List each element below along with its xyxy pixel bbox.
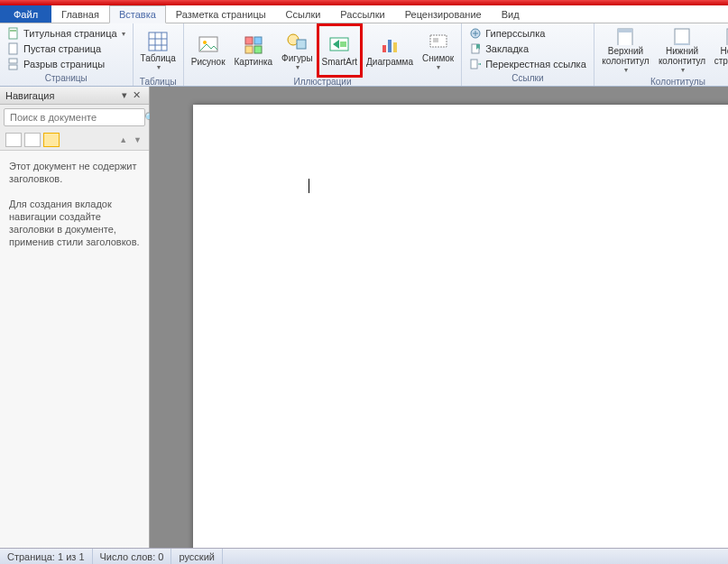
svg-rect-0	[9, 28, 17, 39]
tab-layout[interactable]: Разметка страницы	[166, 5, 276, 23]
status-words[interactable]: Число слов: 0	[93, 549, 172, 564]
table-label: Таблица	[141, 53, 176, 63]
svg-point-11	[203, 41, 207, 44]
crossref-icon	[469, 58, 482, 70]
hyperlink-icon	[469, 27, 482, 40]
tab-insert[interactable]: Вставка	[109, 5, 166, 23]
svg-rect-12	[245, 37, 253, 44]
picture-label: Рисунок	[191, 57, 226, 67]
screenshot-icon	[428, 31, 449, 52]
svg-rect-5	[149, 32, 167, 51]
nav-tab-results[interactable]	[43, 133, 60, 147]
clipart-label: Картинка	[235, 57, 273, 67]
workspace: Навигация ▾ ✕ 🔍 ▲ ▼ Этот документ не сод…	[0, 87, 728, 548]
tab-mailings[interactable]: Рассылки	[330, 5, 394, 23]
svg-rect-14	[245, 46, 253, 53]
clipart-button[interactable]: Картинка	[231, 25, 277, 76]
nav-message-1: Этот документ не содержит заголовков.	[9, 160, 140, 185]
svg-rect-25	[433, 38, 438, 42]
document-page[interactable]	[193, 105, 728, 548]
tab-view[interactable]: Вид	[492, 5, 530, 23]
svg-rect-29	[471, 60, 477, 69]
tab-file[interactable]: Файл	[0, 5, 51, 23]
svg-rect-1	[10, 30, 16, 32]
svg-rect-21	[382, 45, 386, 52]
nav-prev-icon[interactable]: ▲	[117, 135, 129, 144]
group-tables: Таблица Таблицы	[134, 23, 184, 86]
status-bar: Страница: 1 из 1 Число слов: 0 русский	[0, 548, 728, 564]
svg-rect-3	[9, 59, 17, 63]
svg-rect-17	[297, 40, 306, 49]
group-label-pages: Страницы	[4, 72, 129, 84]
svg-rect-33	[675, 43, 689, 45]
page-break-label: Разрыв страницы	[23, 59, 105, 69]
chart-button[interactable]: Диаграмма	[363, 25, 417, 76]
pagenumber-icon: #	[723, 27, 728, 45]
page-break-icon	[7, 58, 20, 70]
smartart-label: SmartArt	[322, 57, 357, 67]
navigation-dropdown-icon[interactable]: ▾	[119, 89, 130, 101]
picture-button[interactable]: Рисунок	[188, 25, 229, 76]
svg-rect-23	[393, 42, 397, 52]
pagenumber-button[interactable]: # Номер страницы	[711, 25, 728, 76]
shapes-label: Фигуры	[281, 53, 312, 63]
shapes-button[interactable]: Фигуры	[278, 25, 316, 76]
document-area[interactable]	[150, 87, 728, 548]
title-page-label: Титульная страница	[23, 28, 117, 39]
search-input[interactable]	[5, 109, 140, 125]
blank-page-button[interactable]: Пустая страница	[4, 42, 129, 56]
title-page-button[interactable]: Титульная страница	[4, 26, 129, 41]
page-break-button[interactable]: Разрыв страницы	[4, 57, 129, 71]
hyperlink-label: Гиперссылка	[485, 28, 545, 39]
ribbon-tabs: Файл Главная Вставка Разметка страницы С…	[0, 5, 728, 23]
tab-review[interactable]: Рецензирование	[395, 5, 492, 23]
header-icon	[614, 27, 636, 45]
hyperlink-button[interactable]: Гиперссылка	[465, 26, 590, 41]
footer-button[interactable]: Нижний колонтитул	[655, 25, 709, 76]
text-cursor	[309, 179, 309, 193]
chart-label: Диаграмма	[366, 57, 413, 67]
svg-rect-22	[388, 40, 392, 52]
crossref-button[interactable]: Перекрестная ссылка	[465, 57, 590, 71]
svg-rect-20	[340, 42, 346, 47]
nav-tab-headings[interactable]	[5, 133, 22, 147]
navigation-search[interactable]: 🔍	[4, 108, 145, 126]
svg-rect-32	[675, 29, 689, 45]
blank-page-icon	[7, 42, 20, 55]
svg-rect-13	[254, 37, 262, 44]
header-button[interactable]: Верхний колонтитул	[598, 25, 653, 76]
group-illustrations: Рисунок Картинка Фигуры SmartArt Диаграм…	[184, 23, 462, 86]
screenshot-button[interactable]: Снимок	[419, 25, 457, 76]
navigation-pane: Навигация ▾ ✕ 🔍 ▲ ▼ Этот документ не сод…	[0, 87, 150, 548]
ribbon: Титульная страница Пустая страница Разры…	[0, 23, 728, 87]
tab-home[interactable]: Главная	[51, 5, 109, 23]
smartart-button[interactable]: SmartArt	[318, 25, 361, 76]
table-button[interactable]: Таблица	[137, 25, 180, 76]
header-label: Верхний колонтитул	[602, 46, 650, 66]
page-icon	[7, 27, 20, 40]
navigation-header: Навигация ▾ ✕	[0, 87, 149, 105]
clipart-icon	[243, 34, 264, 56]
status-language[interactable]: русский	[171, 549, 222, 564]
status-page[interactable]: Страница: 1 из 1	[0, 549, 93, 564]
group-headerfooter: Верхний колонтитул Нижний колонтитул # Н…	[594, 23, 728, 86]
svg-rect-2	[9, 43, 17, 54]
navigation-tabs: ▲ ▼	[0, 130, 149, 151]
nav-next-icon[interactable]: ▼	[132, 135, 143, 144]
footer-label: Нижний колонтитул	[659, 46, 705, 66]
tab-references[interactable]: Ссылки	[276, 5, 331, 23]
group-links: Гиперссылка Закладка Перекрестная ссылка…	[462, 23, 594, 86]
nav-message-2: Для создания вкладок навигации создайте …	[9, 198, 140, 248]
bookmark-button[interactable]: Закладка	[465, 42, 590, 56]
table-icon	[147, 31, 169, 52]
navigation-body: Этот документ не содержит заголовков. Дл…	[0, 151, 149, 548]
shapes-icon	[286, 31, 308, 52]
svg-rect-15	[254, 46, 262, 53]
svg-rect-31	[618, 29, 632, 32]
bookmark-label: Закладка	[485, 43, 529, 54]
blank-page-label: Пустая страница	[23, 43, 101, 54]
group-label-links: Ссылки	[465, 72, 590, 84]
group-pages: Титульная страница Пустая страница Разры…	[0, 23, 134, 86]
navigation-close-icon[interactable]: ✕	[130, 89, 143, 101]
nav-tab-pages[interactable]	[24, 133, 41, 147]
